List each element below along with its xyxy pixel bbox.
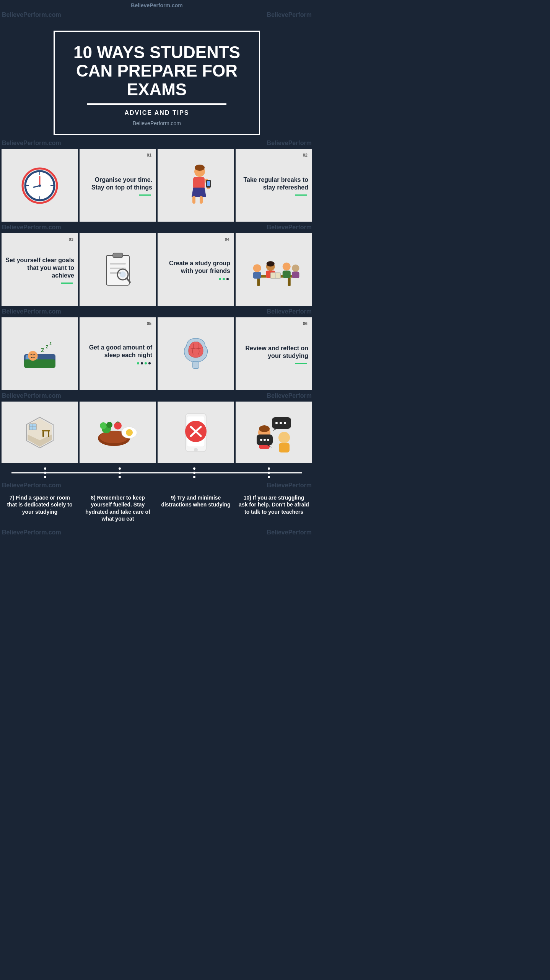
timeline-dot-3 (193, 467, 195, 478)
timeline-dot-2 (119, 467, 121, 478)
tip-3-underline (61, 283, 73, 284)
tip-5-image-cell: Z Z Z (2, 317, 78, 390)
svg-point-10 (195, 165, 205, 171)
label-7-text: 7) Find a space or room that is dedicate… (5, 494, 75, 515)
svg-rect-30 (253, 272, 261, 279)
tip-3-text: Set yourself clear goals that you want t… (5, 256, 74, 279)
wm-right-4: BelievePerform (267, 308, 312, 315)
svg-rect-22 (110, 272, 121, 274)
header-subtitle: ADVICE AND TIPS (70, 109, 244, 116)
timeline-container (0, 464, 314, 481)
svg-rect-20 (110, 263, 126, 265)
tip-6-text-cell: 06 Review and reflect on your studying (236, 317, 312, 390)
tip-1-number: 01 (147, 153, 151, 157)
svg-point-80 (278, 432, 290, 443)
header-title: 10 WAYS STUDENTS CAN PREPARE FOR EXAMS (70, 43, 244, 99)
svg-point-85 (264, 439, 266, 441)
chat-image-cell (236, 402, 312, 463)
timeline-dot-4 (268, 467, 270, 478)
tip-1-text-cell: 01 Organise your time. Stay on top of th… (80, 149, 156, 222)
study-group-icon (247, 249, 301, 291)
watermark-row-3: BelievePerform.com BelievePerform (0, 224, 314, 231)
svg-point-29 (253, 264, 261, 272)
wm-bottom-right: BelievePerform (267, 529, 312, 536)
label-8-text: 8) Remember to keep yourself fuelled. St… (83, 494, 153, 522)
svg-point-8 (39, 185, 41, 187)
svg-rect-19 (113, 253, 123, 258)
food-icon (95, 417, 141, 448)
clipboard-icon (101, 251, 135, 289)
svg-point-24 (120, 271, 126, 278)
svg-rect-17 (207, 181, 210, 186)
tip-4-text: Create a study group with your friends (161, 260, 230, 275)
tip-2-text: Take regular breaks to stay refereshed (239, 176, 308, 191)
svg-point-61 (100, 422, 107, 429)
svg-rect-27 (257, 278, 260, 286)
tip-6-image-cell (158, 317, 234, 390)
tip-5-dots (137, 362, 151, 364)
header-box: 10 WAYS STUDENTS CAN PREPARE FOR EXAMS A… (54, 31, 260, 135)
svg-point-34 (283, 263, 291, 271)
tip-4-image-cell (236, 233, 312, 306)
tip-6-underline (295, 363, 307, 364)
wm-left-2: BelievePerform.com (2, 140, 61, 147)
tip-6-text: Review and reflect on your studying (239, 345, 308, 360)
room-image-cell (2, 402, 78, 463)
svg-rect-43 (24, 359, 55, 368)
tip-1-image-cell (2, 149, 78, 222)
wm-left-1: BelievePerform.com (2, 11, 61, 18)
food-image-cell (80, 402, 156, 463)
clock-icon (21, 167, 59, 205)
svg-rect-53 (42, 431, 44, 437)
svg-rect-28 (288, 278, 291, 286)
svg-rect-54 (48, 431, 49, 437)
svg-rect-11 (193, 177, 205, 189)
svg-text:Z: Z (41, 348, 44, 354)
watermark-row-5: BelievePerform.com BelievePerform (0, 392, 314, 399)
watermark-row-2: BelievePerform.com BelievePerform (0, 140, 314, 147)
label-9: 9) Try and minimise distractions when st… (158, 491, 234, 528)
label-8: 8) Remember to keep yourself fuelled. St… (80, 491, 156, 528)
watermark-row-bottom: BelievePerform.com BelievePerform (0, 529, 314, 536)
tip-5-text-cell: 05 Get a good amount of sleep each night (80, 317, 156, 390)
svg-point-71 (194, 448, 198, 452)
tips-grid-row3: Z Z Z 05 Get a good amount of sleep each… (0, 316, 314, 392)
tip-3-number: 03 (69, 237, 73, 242)
svg-point-73 (259, 425, 270, 432)
wm-right-5: BelievePerform (267, 392, 312, 399)
header-website: BelievePerform.com (70, 120, 244, 126)
svg-point-44 (28, 351, 37, 361)
watermark-row-6: BelievePerform.com BelievePerform (0, 482, 314, 489)
phone-image-cell (158, 402, 234, 463)
svg-rect-39 (292, 272, 299, 279)
room-icon (23, 415, 57, 450)
wm-bottom-left: BelievePerform.com (2, 529, 61, 536)
bottom-images-row (0, 400, 314, 464)
tip-4-number: 04 (225, 237, 229, 242)
header-section: 10 WAYS STUDENTS CAN PREPARE FOR EXAMS A… (0, 19, 314, 139)
tip-5-text: Get a good amount of sleep each night (83, 344, 152, 359)
svg-text:Z: Z (46, 345, 48, 349)
watermark-row-1: BelievePerform.com BelievePerform (0, 11, 314, 18)
svg-point-38 (292, 265, 299, 272)
svg-rect-14 (200, 196, 203, 204)
tip-2-text-cell: 02 Take regular breaks to stay refereshe… (236, 149, 312, 222)
chat-icon (253, 412, 295, 454)
wm-left-6: BelievePerform.com (2, 482, 61, 489)
svg-marker-12 (192, 188, 206, 197)
svg-point-86 (267, 439, 269, 441)
wm-left-4: BelievePerform.com (2, 308, 61, 315)
svg-rect-81 (279, 443, 290, 452)
timeline-dot-1 (44, 467, 46, 478)
wm-right-2: BelievePerform (267, 140, 312, 147)
svg-point-62 (106, 422, 112, 428)
tip-3-image-cell (80, 233, 156, 306)
tip-2-number: 02 (303, 153, 308, 157)
label-10: 10) If you are struggling ask for help. … (236, 491, 312, 528)
header-divider (87, 103, 226, 105)
tip-4-text-cell: 04 Create a study group with your friend… (158, 233, 234, 306)
bottom-labels-row: 7) Find a space or room that is dedicate… (0, 490, 314, 528)
tip-2-image-cell (158, 149, 234, 222)
sleep-icon: Z Z Z (21, 335, 59, 373)
tip-2-underline (295, 194, 307, 196)
